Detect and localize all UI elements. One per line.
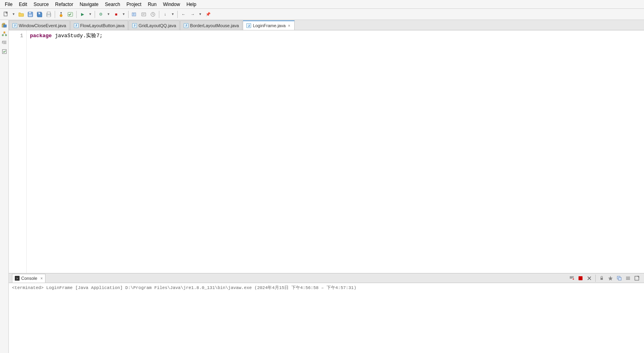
- maximize-button[interactable]: [633, 274, 641, 282]
- svg-rect-24: [3, 23, 5, 24]
- open-type-button[interactable]: T: [130, 10, 139, 19]
- svg-rect-48: [635, 276, 639, 280]
- forward-button[interactable]: →: [188, 10, 197, 19]
- menu-navigate[interactable]: Navigate: [76, 1, 101, 8]
- console-tab[interactable]: > Console ×: [12, 274, 46, 283]
- svg-rect-11: [47, 12, 50, 14]
- open-resource-button[interactable]: [139, 10, 148, 19]
- tab-label: FlowLayoutButton.java: [80, 23, 125, 28]
- menu-project[interactable]: Project: [123, 1, 145, 8]
- tabs-bar: J WindowCloseEvent.java J FlowLayoutButt…: [9, 20, 644, 30]
- svg-rect-44: [618, 277, 621, 280]
- run-button[interactable]: ▶: [78, 10, 87, 19]
- tab-close-button[interactable]: ×: [287, 23, 291, 28]
- tab-borderlayoutmouse[interactable]: J BorderLayoutMouse.java: [180, 20, 242, 30]
- tab-windowcloseevent[interactable]: J WindowCloseEvent.java: [9, 20, 70, 30]
- run2-button[interactable]: ⚙: [97, 10, 105, 19]
- svg-rect-9: [38, 13, 40, 14]
- stop-console-button[interactable]: [577, 274, 585, 282]
- new-console-button[interactable]: [615, 274, 623, 282]
- sidebar-hierarchy[interactable]: [1, 30, 8, 38]
- menu-source[interactable]: Source: [30, 1, 52, 8]
- svg-rect-39: [579, 276, 583, 280]
- console-body[interactable]: <terminated> LoginFrame [Java Applicatio…: [9, 283, 644, 353]
- java-file-icon: J: [184, 23, 188, 28]
- sep6: [177, 11, 178, 18]
- sidebar-outline[interactable]: [1, 39, 8, 46]
- toolbar: ▼ ▶ ▼ ⚙ ▼ ■ ▼ T ↓ ▼: [0, 9, 644, 20]
- run-dropdown[interactable]: ▼: [87, 10, 93, 19]
- save-all-button[interactable]: [35, 10, 44, 19]
- sep4: [128, 11, 129, 18]
- tab-gridlayoutqq[interactable]: J GridLayoutQQ.java: [129, 20, 180, 30]
- menu-edit[interactable]: Edit: [16, 1, 30, 8]
- package-name: javaStudy.实验7;: [55, 33, 103, 39]
- menu-help[interactable]: Help: [183, 1, 200, 8]
- sep1: [55, 11, 55, 18]
- terminated-message: <terminated> LoginFrame [Java Applicatio…: [12, 285, 357, 290]
- java-file-icon: J: [132, 23, 137, 28]
- keyword-package: package: [30, 33, 52, 39]
- svg-point-13: [60, 14, 62, 17]
- new-dropdown[interactable]: ▼: [11, 10, 16, 19]
- java-file-icon: J: [246, 23, 251, 28]
- java-file-icon: J: [74, 23, 79, 28]
- stop-dropdown[interactable]: ▼: [121, 10, 127, 19]
- svg-point-26: [4, 32, 5, 33]
- console-title: Console: [21, 276, 37, 281]
- next-annotation-button[interactable]: ↓: [161, 10, 170, 19]
- stop-button[interactable]: ■: [112, 10, 121, 19]
- menu-run[interactable]: Run: [145, 1, 160, 8]
- sep2: [76, 11, 77, 18]
- pin-console-button[interactable]: [606, 274, 614, 282]
- coverage-button[interactable]: [66, 10, 75, 19]
- menu-bar: File Edit Source Refactor Navigate Searc…: [0, 0, 644, 9]
- java-file-icon: J: [12, 23, 17, 28]
- nav-dropdown[interactable]: ▼: [198, 10, 203, 19]
- main-layout: J WindowCloseEvent.java J FlowLayoutButt…: [0, 20, 644, 353]
- run2-dropdown-arrow: ▼: [107, 12, 110, 16]
- svg-rect-42: [600, 278, 603, 280]
- svg-line-22: [153, 14, 154, 15]
- svg-line-29: [3, 33, 4, 34]
- last-edit-button[interactable]: [149, 10, 157, 19]
- back-button[interactable]: ←: [179, 10, 188, 19]
- tab-label: LoginFrame.java: [253, 23, 285, 28]
- run2-dropdown[interactable]: ▼: [106, 10, 111, 19]
- new-button[interactable]: [2, 10, 10, 19]
- tab-flowlayoutbutton[interactable]: J FlowLayoutButton.java: [70, 20, 128, 30]
- sidebar-package-explorer[interactable]: [1, 22, 8, 29]
- svg-rect-25: [4, 25, 6, 27]
- console-tab-close[interactable]: ×: [40, 276, 43, 281]
- editor-container: J WindowCloseEvent.java J FlowLayoutButt…: [9, 20, 644, 353]
- debug-button[interactable]: [57, 10, 65, 19]
- console-header: > Console ×: [9, 273, 644, 283]
- sep3: [95, 11, 95, 18]
- menu-refactor[interactable]: Refactor: [52, 1, 76, 8]
- open-button[interactable]: [17, 10, 26, 19]
- pin-button[interactable]: 📌: [204, 10, 212, 19]
- stop-dropdown-arrow: ▼: [122, 12, 125, 16]
- tab-label: GridLayoutQQ.java: [139, 23, 176, 28]
- sidebar-task[interactable]: [1, 48, 8, 55]
- menu-search[interactable]: Search: [102, 1, 123, 8]
- annotation-dropdown[interactable]: ▼: [170, 10, 176, 19]
- print-button[interactable]: [44, 10, 53, 19]
- code-content[interactable]: package javaStudy.实验7;: [27, 30, 644, 273]
- remove-console-button[interactable]: [585, 274, 593, 282]
- svg-point-27: [2, 34, 4, 36]
- tab-label: BorderLayoutMouse.java: [190, 23, 239, 28]
- menu-file[interactable]: File: [2, 1, 16, 8]
- clear-console-button[interactable]: [568, 274, 576, 282]
- console-sep1: [595, 275, 596, 282]
- menu-window[interactable]: Window: [160, 1, 183, 8]
- view-menu-button[interactable]: [624, 274, 632, 282]
- line-numbers: 1: [9, 30, 27, 273]
- scroll-lock-button[interactable]: [598, 274, 606, 282]
- line-number: 1: [10, 32, 23, 40]
- tab-loginframe[interactable]: J LoginFrame.java ×: [243, 20, 295, 30]
- save-button[interactable]: [26, 10, 35, 19]
- code-editor[interactable]: 1 package javaStudy.实验7;: [9, 30, 644, 273]
- run-dropdown-arrow: ▼: [89, 12, 92, 16]
- code-line-1: package javaStudy.实验7;: [30, 32, 641, 40]
